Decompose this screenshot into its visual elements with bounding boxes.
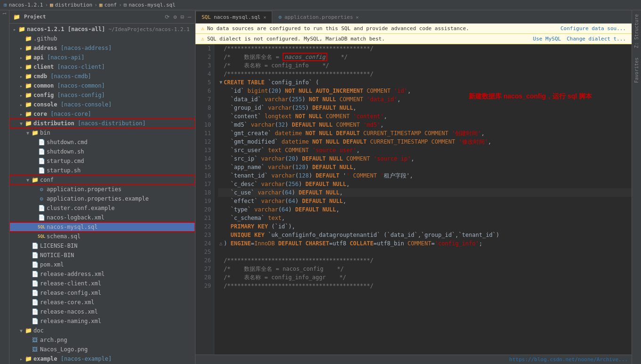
tree-item[interactable]: ⚙application.properties.example — [9, 194, 195, 203]
tree-item[interactable]: ▸📁address [nacos-address] — [9, 43, 195, 53]
tree-item[interactable]: 📄LICENSE-BIN — [9, 241, 195, 251]
warning-bar-dialect: ⚠ SQL dialect is not configured. MySQL, … — [195, 34, 632, 44]
tree-arrow[interactable]: ▸ — [18, 55, 24, 60]
tree-item[interactable]: 🖼Nacos_Logo.png — [9, 345, 195, 354]
change-dialect-link[interactable]: Change dialect t... — [567, 36, 626, 42]
tree-arrow[interactable]: ▸ — [11, 27, 18, 32]
fold-arrow — [218, 138, 224, 146]
line-number: 8 — [195, 104, 211, 112]
settings-icon[interactable]: ⚙ — [173, 14, 177, 20]
tree-item[interactable]: 📄release-address.xml — [9, 269, 195, 279]
warning-bar-datasource: ⚠ No data sources are configured to run … — [195, 24, 632, 34]
tree-item[interactable]: 🖼arch.png — [9, 335, 195, 345]
tree-item[interactable]: 📄release-nacos.xml — [9, 307, 195, 316]
collapse-icon[interactable]: ⊟ — [181, 14, 184, 20]
code-text: CREATE TABLE `config_info` ( — [224, 78, 319, 87]
tree-item[interactable]: ▸📁cmdb [nacos-cmdb] — [9, 72, 195, 81]
tree-arrow[interactable]: ▼ — [24, 178, 31, 183]
tree-item[interactable]: ▸📁example [nacos-example] — [9, 354, 195, 364]
line-number: 29 — [195, 282, 211, 290]
tree-item[interactable]: ▸📁console [nacos-console] — [9, 100, 195, 109]
tab-application-properties[interactable]: ⚙ application.properties ✕ — [272, 11, 365, 23]
tree-item[interactable]: 📄startup.sh — [9, 166, 195, 175]
tree-arrow[interactable]: ▸ — [18, 356, 24, 362]
breadcrumb-file[interactable]: nacos-mysql.sql — [129, 2, 175, 8]
tree-arrow[interactable]: ▼ — [24, 130, 31, 136]
tree-label: doc — [33, 327, 195, 334]
tree-label: Nacos_Logo.png — [40, 346, 195, 353]
fold-arrow — [218, 70, 224, 78]
tree-item[interactable]: 📄release-config.xml — [9, 288, 195, 298]
favorites-tab[interactable]: Favorites — [634, 57, 639, 83]
tree-arrow[interactable]: ▼ — [18, 328, 24, 333]
tree-item[interactable]: 📄shutdown.sh — [9, 147, 195, 156]
tree-item[interactable]: ▼📁doc — [9, 326, 195, 335]
tree-item[interactable]: ▼📁distribution [nacos-distribution] — [9, 119, 195, 128]
tree-item[interactable]: 📄nacos-logback.xml — [9, 213, 195, 222]
tree-arrow[interactable]: ▸ — [18, 102, 24, 107]
tree-item[interactable]: ▼📁conf — [9, 175, 195, 185]
line-number: 11 — [195, 129, 211, 138]
tree-item[interactable]: 📄pom.xml — [9, 260, 195, 269]
tree-item[interactable]: 📄release-client.xml — [9, 279, 195, 288]
code-content[interactable]: /***************************************… — [214, 44, 632, 355]
tree-item[interactable]: ▸📁api [nacos-api] — [9, 53, 195, 62]
tree-item[interactable]: 📄NOTICE-BIN — [9, 251, 195, 260]
breadcrumb-project[interactable]: nacos-1.2.1 — [9, 2, 43, 8]
tree-icon: 📄 — [31, 271, 39, 277]
tree-arrow[interactable]: ▸ — [18, 93, 24, 98]
tree-item[interactable]: ▸📁common [nacos-common] — [9, 81, 195, 90]
line-number: 2 — [195, 53, 211, 61]
tab-nacos-mysql-label: nacos-mysql.sql — [214, 14, 260, 20]
tree-arrow[interactable]: ▼ — [18, 121, 24, 126]
tree-item[interactable]: ▸📁nacos-1.2.1 [nacos-all] ~/IdeaProjects… — [9, 24, 195, 34]
tree-arrow[interactable]: ▸ — [18, 46, 24, 51]
tree-item[interactable]: 📁.github — [9, 34, 195, 43]
tree-icon: 📄 — [31, 261, 39, 268]
tree-item[interactable]: ▼📁bin — [9, 128, 195, 138]
tree-item[interactable]: 📄cluster.conf.example — [9, 203, 195, 213]
tree-arrow[interactable]: ▸ — [18, 112, 24, 117]
tree-arrow[interactable]: ▸ — [18, 74, 24, 79]
structure-tab[interactable]: Z: Structure — [634, 14, 639, 48]
tree-item[interactable]: 📄release-naming.xml — [9, 316, 195, 326]
fold-arrow — [218, 222, 224, 231]
sync-icon[interactable]: ⟳ — [165, 14, 170, 20]
tree-label: nacos-mysql.sql — [47, 224, 195, 230]
tree-item[interactable]: 📄startup.cmd — [9, 156, 195, 166]
breadcrumb-folder2[interactable]: conf — [104, 2, 117, 8]
tree-label: schema.sql — [47, 233, 195, 240]
tree-item[interactable]: ▸📁config [nacos-config] — [9, 90, 195, 100]
breadcrumb-module[interactable]: distribution — [55, 2, 92, 8]
tree-item[interactable]: ▸📁core [nacos-core] — [9, 109, 195, 119]
hide-icon[interactable]: — — [188, 14, 191, 20]
configure-datasource-link[interactable]: Configure data sou... — [560, 25, 626, 32]
code-text: `c_schema` text, — [224, 214, 285, 222]
code-text: /* 数据库全名 = nacos_config */ — [224, 265, 344, 273]
tree-item[interactable]: ▸📁client [nacos-client] — [9, 62, 195, 72]
fold-arrow — [218, 61, 224, 70]
tree-icon: ⚙ — [38, 186, 45, 193]
status-url[interactable]: https://blog.csdn.net/noone/Archive... — [509, 356, 628, 363]
use-mysql-link[interactable]: Use MySQL — [533, 36, 561, 42]
fold-arrow — [218, 188, 224, 197]
code-text: /***************************************… — [224, 282, 373, 290]
code-line: `md5` varchar(32) DEFAULT NULL COMMENT '… — [218, 121, 632, 129]
tab-nacos-mysql-close[interactable]: ✕ — [263, 15, 266, 20]
fold-arrow — [218, 53, 224, 61]
tab-application-properties-close[interactable]: ✕ — [356, 15, 359, 20]
tree-item[interactable]: 📄release-core.xml — [9, 298, 195, 307]
tree-icon: 📁 — [18, 26, 25, 32]
tree-item[interactable]: 📄shutdown.cmd — [9, 138, 195, 147]
tree-arrow[interactable]: ▸ — [18, 65, 24, 70]
tab-nacos-mysql[interactable]: SQL nacos-mysql.sql ✕ — [195, 11, 272, 23]
line-number: 9 — [195, 112, 211, 121]
breadcrumb-file-icon: ⊟ — [124, 2, 127, 8]
code-text: `type` varchar(64) DEFAULT NULL, — [224, 205, 340, 214]
tree-arrow[interactable]: ▸ — [18, 83, 24, 89]
tree-item[interactable]: SQLnacos-mysql.sql — [9, 222, 195, 232]
tree-item[interactable]: ⚙application.properties — [9, 185, 195, 194]
tree-label: release-nacos.xml — [40, 308, 195, 315]
left-strip-label[interactable]: 1 — [2, 12, 7, 15]
tree-item[interactable]: SQLschema.sql — [9, 232, 195, 241]
